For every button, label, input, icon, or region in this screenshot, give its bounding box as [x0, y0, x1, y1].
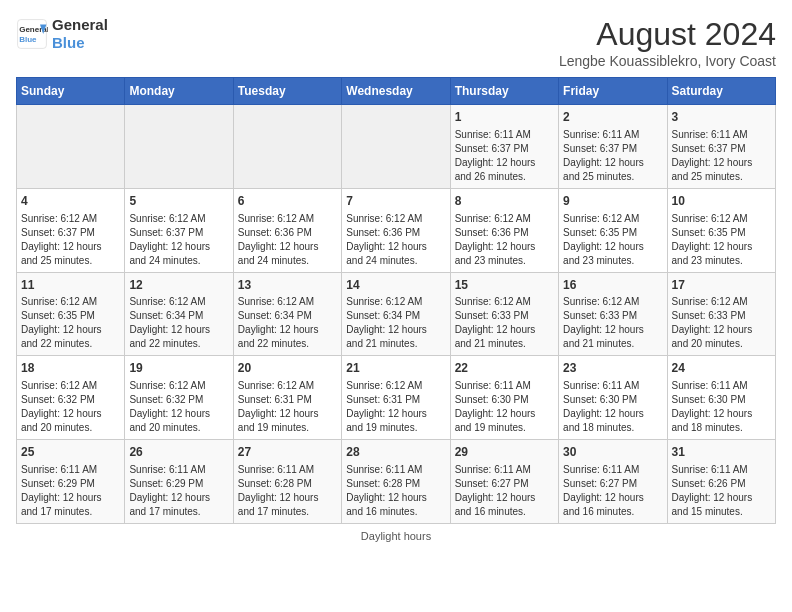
- day-number: 10: [672, 193, 771, 210]
- day-number: 11: [21, 277, 120, 294]
- day-number: 1: [455, 109, 554, 126]
- col-header-sunday: Sunday: [17, 78, 125, 105]
- col-header-tuesday: Tuesday: [233, 78, 341, 105]
- day-info: Sunrise: 6:11 AM Sunset: 6:30 PM Dayligh…: [455, 379, 554, 435]
- day-number: 15: [455, 277, 554, 294]
- calendar-cell-3-0: 18Sunrise: 6:12 AM Sunset: 6:32 PM Dayli…: [17, 356, 125, 440]
- day-number: 17: [672, 277, 771, 294]
- day-info: Sunrise: 6:12 AM Sunset: 6:36 PM Dayligh…: [346, 212, 445, 268]
- day-info: Sunrise: 6:11 AM Sunset: 6:30 PM Dayligh…: [563, 379, 662, 435]
- day-info: Sunrise: 6:11 AM Sunset: 6:37 PM Dayligh…: [563, 128, 662, 184]
- day-info: Sunrise: 6:12 AM Sunset: 6:37 PM Dayligh…: [129, 212, 228, 268]
- day-number: 9: [563, 193, 662, 210]
- day-info: Sunrise: 6:12 AM Sunset: 6:36 PM Dayligh…: [238, 212, 337, 268]
- calendar-cell-0-1: [125, 105, 233, 189]
- day-info: Sunrise: 6:11 AM Sunset: 6:37 PM Dayligh…: [672, 128, 771, 184]
- col-header-wednesday: Wednesday: [342, 78, 450, 105]
- day-number: 25: [21, 444, 120, 461]
- calendar-cell-4-0: 25Sunrise: 6:11 AM Sunset: 6:29 PM Dayli…: [17, 440, 125, 524]
- calendar-cell-2-4: 15Sunrise: 6:12 AM Sunset: 6:33 PM Dayli…: [450, 272, 558, 356]
- calendar-cell-4-3: 28Sunrise: 6:11 AM Sunset: 6:28 PM Dayli…: [342, 440, 450, 524]
- calendar-week-1: 4Sunrise: 6:12 AM Sunset: 6:37 PM Daylig…: [17, 188, 776, 272]
- logo-blue: Blue: [52, 34, 108, 52]
- calendar-week-2: 11Sunrise: 6:12 AM Sunset: 6:35 PM Dayli…: [17, 272, 776, 356]
- calendar-cell-4-6: 31Sunrise: 6:11 AM Sunset: 6:26 PM Dayli…: [667, 440, 775, 524]
- day-number: 5: [129, 193, 228, 210]
- calendar-cell-0-0: [17, 105, 125, 189]
- day-number: 7: [346, 193, 445, 210]
- page-subtitle: Lengbe Kouassiblekro, Ivory Coast: [559, 53, 776, 69]
- day-number: 2: [563, 109, 662, 126]
- col-header-friday: Friday: [559, 78, 667, 105]
- day-number: 19: [129, 360, 228, 377]
- day-number: 18: [21, 360, 120, 377]
- calendar-cell-3-1: 19Sunrise: 6:12 AM Sunset: 6:32 PM Dayli…: [125, 356, 233, 440]
- calendar-table: SundayMondayTuesdayWednesdayThursdayFrid…: [16, 77, 776, 524]
- day-info: Sunrise: 6:12 AM Sunset: 6:33 PM Dayligh…: [563, 295, 662, 351]
- page-title: August 2024: [559, 16, 776, 53]
- day-number: 23: [563, 360, 662, 377]
- day-number: 26: [129, 444, 228, 461]
- day-info: Sunrise: 6:11 AM Sunset: 6:28 PM Dayligh…: [238, 463, 337, 519]
- calendar-week-3: 18Sunrise: 6:12 AM Sunset: 6:32 PM Dayli…: [17, 356, 776, 440]
- calendar-cell-1-1: 5Sunrise: 6:12 AM Sunset: 6:37 PM Daylig…: [125, 188, 233, 272]
- day-info: Sunrise: 6:12 AM Sunset: 6:35 PM Dayligh…: [21, 295, 120, 351]
- day-number: 3: [672, 109, 771, 126]
- calendar-cell-0-5: 2Sunrise: 6:11 AM Sunset: 6:37 PM Daylig…: [559, 105, 667, 189]
- day-number: 16: [563, 277, 662, 294]
- calendar-cell-3-4: 22Sunrise: 6:11 AM Sunset: 6:30 PM Dayli…: [450, 356, 558, 440]
- calendar-cell-1-2: 6Sunrise: 6:12 AM Sunset: 6:36 PM Daylig…: [233, 188, 341, 272]
- calendar-cell-3-2: 20Sunrise: 6:12 AM Sunset: 6:31 PM Dayli…: [233, 356, 341, 440]
- day-info: Sunrise: 6:12 AM Sunset: 6:36 PM Dayligh…: [455, 212, 554, 268]
- day-info: Sunrise: 6:12 AM Sunset: 6:34 PM Dayligh…: [346, 295, 445, 351]
- calendar-week-4: 25Sunrise: 6:11 AM Sunset: 6:29 PM Dayli…: [17, 440, 776, 524]
- day-number: 29: [455, 444, 554, 461]
- day-number: 20: [238, 360, 337, 377]
- logo-general: General: [52, 16, 108, 34]
- day-info: Sunrise: 6:12 AM Sunset: 6:33 PM Dayligh…: [672, 295, 771, 351]
- calendar-cell-1-6: 10Sunrise: 6:12 AM Sunset: 6:35 PM Dayli…: [667, 188, 775, 272]
- calendar-cell-3-3: 21Sunrise: 6:12 AM Sunset: 6:31 PM Dayli…: [342, 356, 450, 440]
- day-number: 12: [129, 277, 228, 294]
- calendar-cell-2-5: 16Sunrise: 6:12 AM Sunset: 6:33 PM Dayli…: [559, 272, 667, 356]
- calendar-cell-0-4: 1Sunrise: 6:11 AM Sunset: 6:37 PM Daylig…: [450, 105, 558, 189]
- day-info: Sunrise: 6:12 AM Sunset: 6:34 PM Dayligh…: [129, 295, 228, 351]
- col-header-saturday: Saturday: [667, 78, 775, 105]
- calendar-cell-0-6: 3Sunrise: 6:11 AM Sunset: 6:37 PM Daylig…: [667, 105, 775, 189]
- calendar-cell-1-5: 9Sunrise: 6:12 AM Sunset: 6:35 PM Daylig…: [559, 188, 667, 272]
- day-info: Sunrise: 6:11 AM Sunset: 6:27 PM Dayligh…: [563, 463, 662, 519]
- day-info: Sunrise: 6:11 AM Sunset: 6:29 PM Dayligh…: [129, 463, 228, 519]
- calendar-week-0: 1Sunrise: 6:11 AM Sunset: 6:37 PM Daylig…: [17, 105, 776, 189]
- calendar-body: 1Sunrise: 6:11 AM Sunset: 6:37 PM Daylig…: [17, 105, 776, 524]
- calendar-cell-1-0: 4Sunrise: 6:12 AM Sunset: 6:37 PM Daylig…: [17, 188, 125, 272]
- col-header-thursday: Thursday: [450, 78, 558, 105]
- title-block: August 2024 Lengbe Kouassiblekro, Ivory …: [559, 16, 776, 69]
- calendar-cell-2-0: 11Sunrise: 6:12 AM Sunset: 6:35 PM Dayli…: [17, 272, 125, 356]
- calendar-footer: Daylight hours: [16, 530, 776, 542]
- calendar-cell-4-2: 27Sunrise: 6:11 AM Sunset: 6:28 PM Dayli…: [233, 440, 341, 524]
- day-info: Sunrise: 6:11 AM Sunset: 6:30 PM Dayligh…: [672, 379, 771, 435]
- day-info: Sunrise: 6:12 AM Sunset: 6:31 PM Dayligh…: [238, 379, 337, 435]
- day-info: Sunrise: 6:12 AM Sunset: 6:31 PM Dayligh…: [346, 379, 445, 435]
- day-number: 21: [346, 360, 445, 377]
- day-info: Sunrise: 6:12 AM Sunset: 6:32 PM Dayligh…: [129, 379, 228, 435]
- day-number: 13: [238, 277, 337, 294]
- calendar-header: SundayMondayTuesdayWednesdayThursdayFrid…: [17, 78, 776, 105]
- day-info: Sunrise: 6:11 AM Sunset: 6:37 PM Dayligh…: [455, 128, 554, 184]
- day-number: 6: [238, 193, 337, 210]
- calendar-cell-4-5: 30Sunrise: 6:11 AM Sunset: 6:27 PM Dayli…: [559, 440, 667, 524]
- day-number: 31: [672, 444, 771, 461]
- calendar-cell-1-4: 8Sunrise: 6:12 AM Sunset: 6:36 PM Daylig…: [450, 188, 558, 272]
- calendar-cell-2-3: 14Sunrise: 6:12 AM Sunset: 6:34 PM Dayli…: [342, 272, 450, 356]
- daylight-label: Daylight hours: [361, 530, 431, 542]
- calendar-cell-0-2: [233, 105, 341, 189]
- calendar-cell-3-5: 23Sunrise: 6:11 AM Sunset: 6:30 PM Dayli…: [559, 356, 667, 440]
- day-info: Sunrise: 6:12 AM Sunset: 6:35 PM Dayligh…: [672, 212, 771, 268]
- day-info: Sunrise: 6:12 AM Sunset: 6:32 PM Dayligh…: [21, 379, 120, 435]
- day-number: 8: [455, 193, 554, 210]
- day-info: Sunrise: 6:11 AM Sunset: 6:26 PM Dayligh…: [672, 463, 771, 519]
- day-info: Sunrise: 6:12 AM Sunset: 6:34 PM Dayligh…: [238, 295, 337, 351]
- calendar-cell-3-6: 24Sunrise: 6:11 AM Sunset: 6:30 PM Dayli…: [667, 356, 775, 440]
- calendar-cell-2-6: 17Sunrise: 6:12 AM Sunset: 6:33 PM Dayli…: [667, 272, 775, 356]
- page-header: General Blue General Blue August 2024 Le…: [16, 16, 776, 69]
